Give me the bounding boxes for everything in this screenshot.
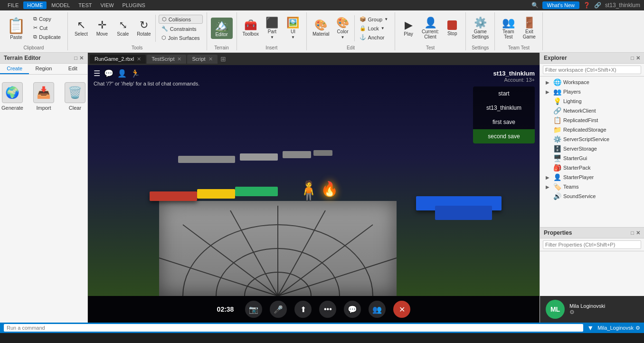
clear-button[interactable]: 🗑️ Clear — [63, 82, 87, 111]
menu-icon-toggle[interactable]: ☰ — [94, 69, 100, 78]
help-icon[interactable]: ❓ — [583, 2, 590, 9]
whats-new-button[interactable]: What's New — [542, 1, 579, 9]
explorer-pin[interactable]: □ — [631, 55, 634, 61]
tree-network-client[interactable]: 🔗 NetworkClient — [540, 106, 644, 115]
menu-test[interactable]: TEST — [75, 1, 95, 9]
menu-model[interactable]: MODEL — [47, 1, 74, 9]
user-settings-icon[interactable]: ⚙ — [569, 309, 575, 315]
properties-search-input[interactable] — [543, 240, 641, 249]
doc-tab-testscript-close[interactable]: ✕ — [177, 56, 181, 62]
properties-close[interactable]: ✕ — [636, 230, 640, 236]
tree-server-storage[interactable]: 🗄️ ServerStorage — [540, 144, 644, 153]
doc-tab-rungame-close[interactable]: ✕ — [137, 56, 141, 62]
group-button[interactable]: 📦 Group ▼ — [357, 15, 391, 23]
tree-replicated-storage[interactable]: 📁 ReplicatedStorage — [540, 125, 644, 134]
menu-second-save[interactable]: second save — [473, 129, 535, 143]
end-call-button[interactable]: ✕ — [393, 301, 410, 318]
tree-workspace[interactable]: ▶ 🌐 Workspace — [540, 77, 644, 87]
explorer-search-input[interactable] — [543, 66, 641, 74]
part-button[interactable]: ⬛ Part ▼ — [263, 17, 282, 40]
terrain-tab-create[interactable]: Create — [0, 64, 29, 74]
tree-starter-pack[interactable]: 🎒 StarterPack — [540, 163, 644, 172]
rotate-button[interactable]: ↻ Rotate — [134, 19, 153, 38]
terrain-panel-pin[interactable]: □ — [74, 55, 77, 61]
ui-button[interactable]: 🖼️ UI ▼ — [284, 17, 303, 40]
tab-expand-button[interactable]: ⊞ — [220, 55, 226, 63]
doc-tabs: RunGame_2.rbxl ✕ TestScript ✕ Script ✕ ⊞ — [88, 53, 540, 65]
duplicate-button[interactable]: ⧉ Duplicate — [30, 33, 64, 41]
share-screen-button[interactable]: ⬆ — [294, 301, 312, 318]
tree-replicated-first[interactable]: 📋 ReplicatedFirst — [540, 115, 644, 125]
more-options-button[interactable]: ••• — [319, 301, 336, 318]
explorer-title: Explorer — [544, 55, 567, 61]
constraints-button[interactable]: 🔧 Constraints — [159, 25, 203, 33]
generate-button[interactable]: 🌍 Generate — [0, 82, 24, 111]
copy-button[interactable]: ⧉ Copy — [30, 15, 64, 23]
viewport-controls: 02:38 📷 🎤 ⬆ ••• 💬 👥 — [88, 296, 540, 323]
doc-tab-rungame[interactable]: RunGame_2.rbxl ✕ — [90, 55, 146, 64]
tree-lighting[interactable]: 💡 Lighting — [540, 96, 644, 106]
game-settings-button[interactable]: ⚙️ Game Settings — [470, 17, 491, 40]
menu-first-save[interactable]: first save — [473, 115, 535, 129]
toolbox-button[interactable]: 🧰 Toolbox — [241, 19, 261, 38]
current-client-button[interactable]: 👤 Current: Client — [420, 17, 441, 40]
doc-tab-script-close[interactable]: ✕ — [208, 56, 213, 62]
chat-bubble-icon[interactable]: 💬 — [104, 69, 114, 78]
network-icon: 🔗 — [553, 107, 561, 114]
clipboard-group: 📋 Paste ⧉ Copy ✂ Cut ⧉ — [0, 12, 68, 50]
play-icon: ▶ — [405, 20, 413, 30]
player-list-icon[interactable]: 👤 — [117, 69, 127, 78]
tree-starter-player[interactable]: ▶ 👤 StarterPlayer — [540, 172, 644, 182]
search-icon[interactable]: 🔍 — [531, 2, 539, 9]
menu-plugins[interactable]: PLUGINS — [119, 1, 149, 9]
emote-icon[interactable]: 🏃 — [131, 69, 140, 78]
status-settings-icon[interactable]: ⚙ — [635, 325, 640, 331]
game-viewport[interactable]: 🔥 🧍 ☰ 💬 👤 🏃 Chat '/?'' or '/help' for a … — [88, 65, 540, 296]
command-input[interactable] — [4, 324, 583, 332]
join-surfaces-button[interactable]: ⬡ Join Surfaces — [159, 34, 203, 42]
terrain-tab-region[interactable]: Region — [29, 64, 58, 74]
properties-pin[interactable]: □ — [631, 230, 634, 236]
anchor-label: Anchor — [368, 35, 385, 40]
stop-button[interactable]: Stop — [443, 19, 462, 37]
starter-gui-icon: 🖥️ — [553, 154, 561, 162]
cut-button[interactable]: ✂ Cut — [30, 24, 64, 32]
play-button[interactable]: ▶ Play — [399, 19, 418, 38]
tree-teams[interactable]: ▶ 🏷️ Teams — [540, 182, 644, 191]
doc-tab-testscript[interactable]: TestScript ✕ — [147, 55, 186, 64]
collisions-button[interactable]: ⬡ Collisions — [159, 15, 203, 24]
move-button[interactable]: ✛ Move — [93, 19, 112, 38]
tree-sound-service[interactable]: 🔊 SoundService — [540, 191, 644, 201]
chat-control-button[interactable]: 💬 — [344, 301, 361, 318]
lock-button[interactable]: 🔒 Lock ▼ — [357, 24, 391, 32]
menu-username[interactable]: st13_thinklum — [473, 101, 535, 115]
menu-view[interactable]: VIEW — [96, 1, 117, 9]
color-button[interactable]: 🎨 Color ▼ — [333, 17, 352, 40]
command-dropdown[interactable]: ▼ — [587, 324, 594, 332]
select-button[interactable]: ↖ Select — [72, 19, 91, 38]
terrain-tab-edit[interactable]: Edit — [58, 64, 87, 74]
menu-start[interactable]: start — [473, 86, 535, 101]
menu-home[interactable]: HOME — [23, 1, 47, 9]
tree-players[interactable]: ▶ 👥 Players — [540, 87, 644, 96]
paste-button[interactable]: 📋 Paste — [4, 15, 28, 42]
scale-button[interactable]: ⤡ Scale — [114, 19, 133, 38]
mic-button[interactable]: 🎤 — [270, 301, 287, 318]
material-button[interactable]: 🎨 Material — [311, 19, 331, 38]
terrain-panel-close[interactable]: ✕ — [79, 55, 84, 61]
menu-file[interactable]: FILE — [4, 1, 22, 9]
tree-server-script-service[interactable]: ⚙️ ServerScriptService — [540, 134, 644, 144]
import-button[interactable]: 📥 Import — [32, 82, 56, 111]
team-test-button[interactable]: 👥 Team Test — [499, 17, 518, 40]
terrain-group: 🏔️ Editor Terrain — [207, 12, 237, 50]
anchor-button[interactable]: ⚓ Anchor — [357, 33, 391, 41]
exit-game-button[interactable]: 🚪 Exit Game — [520, 17, 539, 40]
camera-button[interactable]: 📷 — [245, 301, 262, 318]
share-icon[interactable]: 🔗 — [594, 2, 601, 9]
status-user: Mila_Loginovsk ⚙ — [597, 325, 640, 331]
participants-button[interactable]: 👥 — [369, 301, 386, 318]
explorer-close[interactable]: ✕ — [636, 55, 640, 61]
editor-button[interactable]: 🏔️ Editor — [211, 18, 233, 39]
doc-tab-script[interactable]: Script ✕ — [187, 55, 217, 64]
tree-starter-gui[interactable]: 🖥️ StarterGui — [540, 153, 644, 163]
